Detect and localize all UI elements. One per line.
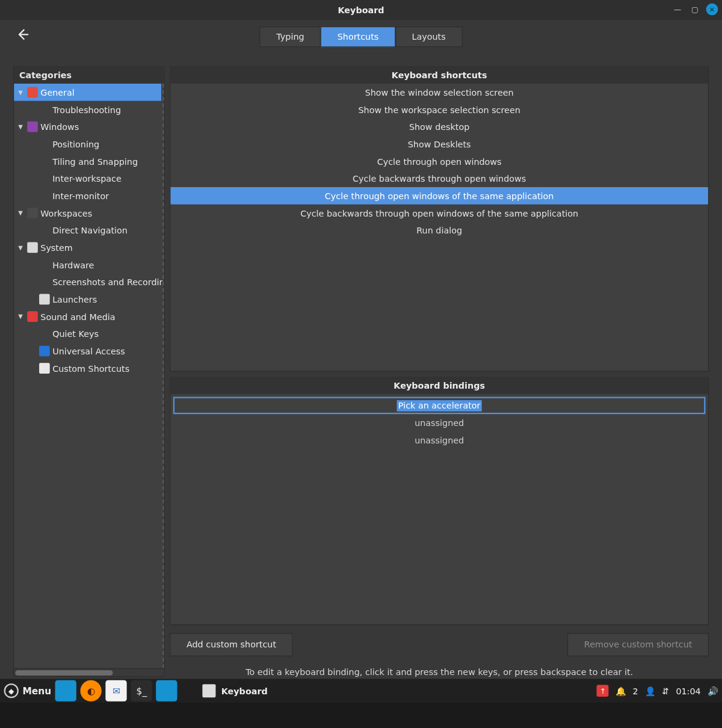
category-custom-shortcuts[interactable]: Custom Shortcuts [14,360,161,377]
shortcut-item[interactable]: Cycle backwards through open windows of … [170,205,708,222]
notifications-icon[interactable]: 🔔 [616,686,626,696]
system-tray: ↑ 🔔 2 👤 ⇵ 01:04 🔊 [597,685,718,697]
universal-access-icon [39,346,50,357]
bindings-panel: Keyboard bindings Pick an acceleratoruna… [170,377,709,625]
category-label: Custom Shortcuts [52,363,129,374]
shortcut-item[interactable]: Cycle through open windows of the same a… [170,187,708,205]
windows-icon [27,122,38,132]
category-hardware[interactable]: Hardware [14,256,161,274]
binding-label: unassigned [415,435,464,445]
menu-button[interactable]: ◆ Menu [4,683,52,698]
shortcuts-list[interactable]: Show the window selection screenShow the… [170,84,708,239]
launchers-icon [39,294,50,305]
back-button[interactable] [11,25,35,45]
categories-tree[interactable]: ▼GeneralTroubleshooting▼WindowsPositioni… [14,84,164,668]
categories-header: Categories [14,67,164,84]
category-label: Troubleshooting [52,105,121,115]
binding-row[interactable]: unassigned [173,414,706,431]
binding-label: Pick an accelerator [397,400,482,412]
category-label: Direct Navigation [52,225,128,235]
mail-launcher[interactable]: ✉ [106,680,127,702]
maximize-button[interactable]: ▢ [689,4,701,16]
tab-typing[interactable]: Typing [260,26,321,47]
category-general[interactable]: ▼General [14,84,161,101]
category-label: Workspaces [40,208,92,218]
category-system[interactable]: ▼System [14,239,161,256]
content-area: Categories ▼GeneralTroubleshooting▼Windo… [0,53,722,690]
shortcut-item[interactable]: Show the workspace selection screen [170,101,708,119]
chevron-down-icon: ▼ [17,313,25,320]
scrollbar-thumb[interactable] [15,670,113,675]
shortcut-item[interactable]: Show desktop [170,118,708,135]
settings-window: Keyboard — ▢ ✕ TypingShortcutsLayouts Ca… [0,0,722,703]
horizontal-scrollbar[interactable] [14,668,164,676]
category-positioning[interactable]: Positioning [14,135,161,153]
category-quiet-keys[interactable]: Quiet Keys [14,325,161,342]
notifications-count: 2 [632,686,638,696]
general-icon [27,87,38,97]
category-launchers[interactable]: Launchers [14,291,161,308]
category-sound-and-media[interactable]: ▼Sound and Media [14,308,161,325]
category-label: Screenshots and Recording [52,277,164,287]
shortcut-item[interactable]: Show Desklets [170,135,708,153]
category-label: Inter-monitor [52,191,109,201]
binding-row[interactable]: unassigned [173,431,706,449]
category-universal-access[interactable]: Universal Access [14,342,161,360]
category-label: Universal Access [52,346,125,356]
remove-custom-shortcut-button: Remove custom shortcut [567,633,709,656]
bindings-list[interactable]: Pick an acceleratorunassignedunassigned [170,394,708,625]
sound-media-icon [27,311,38,322]
user-icon[interactable]: 👤 [645,686,656,696]
chevron-down-icon: ▼ [17,244,25,251]
category-troubleshooting[interactable]: Troubleshooting [14,101,161,119]
minimize-button[interactable]: — [671,4,683,16]
custom-shortcuts-icon [39,363,50,374]
firefox-launcher[interactable]: ◐ [81,680,102,702]
chevron-down-icon: ▼ [17,89,25,96]
files-launcher[interactable] [55,680,76,702]
file-manager-launcher[interactable] [156,680,177,702]
keyboard-icon [203,684,216,697]
window-title: Keyboard [338,5,384,15]
category-label: General [40,87,75,97]
category-label: Windows [40,122,79,132]
add-custom-shortcut-button[interactable]: Add custom shortcut [170,633,292,656]
category-windows[interactable]: ▼Windows [14,118,161,135]
category-inter-workspace[interactable]: Inter-workspace [14,170,161,187]
titlebar: Keyboard — ▢ ✕ [0,0,722,20]
shortcut-item[interactable]: Cycle through open windows [170,153,708,170]
category-inter-monitor[interactable]: Inter-monitor [14,187,161,205]
binding-label: unassigned [415,418,464,428]
category-screenshots-and-recording[interactable]: Screenshots and Recording [14,273,161,291]
category-label: Quiet Keys [52,329,99,339]
tab-shortcuts[interactable]: Shortcuts [321,26,395,47]
volume-icon[interactable]: 🔊 [708,686,718,696]
taskbar: ◆ Menu ◐ ✉ $_ Keyboard ↑ 🔔 2 👤 ⇵ 01:04 🔊 [0,679,722,703]
category-tiling-and-snapping[interactable]: Tiling and Snapping [14,153,161,170]
tab-layouts[interactable]: Layouts [395,26,462,47]
category-direct-navigation[interactable]: Direct Navigation [14,221,161,239]
shortcut-item[interactable]: Show the window selection screen [170,84,708,101]
buttons-row: Add custom shortcut Remove custom shortc… [170,631,709,656]
terminal-launcher[interactable]: $_ [131,680,152,702]
category-label: Hardware [52,260,94,270]
network-icon[interactable]: ⇵ [662,686,669,696]
taskbar-app-keyboard[interactable]: Keyboard [196,682,274,700]
shortcut-item[interactable]: Cycle backwards through open windows [170,170,708,187]
category-label: Positioning [52,139,99,149]
categories-sidebar: Categories ▼GeneralTroubleshooting▼Windo… [13,66,164,677]
category-workspaces[interactable]: ▼Workspaces [14,205,161,222]
chevron-down-icon: ▼ [17,210,25,217]
category-label: Launchers [52,294,97,304]
shortcuts-header: Keyboard shortcuts [170,67,708,84]
category-label: Inter-workspace [52,173,122,184]
close-button[interactable]: ✕ [706,4,718,16]
update-manager-icon[interactable]: ↑ [597,685,609,697]
arrow-left-icon [16,28,29,41]
taskbar-app-title: Keyboard [221,686,268,696]
tabs: TypingShortcutsLayouts [260,26,463,47]
clock[interactable]: 01:04 [676,686,700,696]
chevron-down-icon: ▼ [17,123,25,130]
binding-row[interactable]: Pick an accelerator [173,397,706,415]
shortcut-item[interactable]: Run dialog [170,221,708,239]
